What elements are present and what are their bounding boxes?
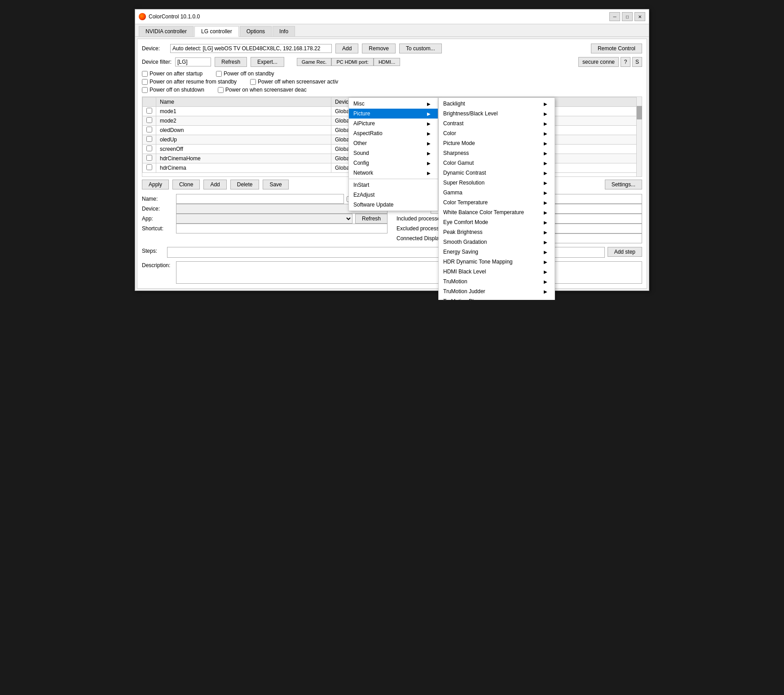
- delete-button[interactable]: Delete: [230, 180, 260, 189]
- filter-row: Device filter: Refresh Expert... Game Re…: [142, 57, 642, 67]
- picture-submenu: Backlight ▶ Brightness/Black Level ▶ Con…: [438, 97, 555, 300]
- submenu-item-trumotion[interactable]: TruMotion ▶: [439, 277, 555, 286]
- row-checkbox[interactable]: [146, 117, 152, 123]
- submenu-item-trumotion-blur[interactable]: TruMotion Blur ▶: [439, 296, 555, 300]
- save-button[interactable]: Save: [263, 180, 288, 189]
- description-row: Description:: [142, 261, 642, 284]
- minimize-button[interactable]: ─: [609, 12, 620, 21]
- submenu-item-smooth-gradation[interactable]: Smooth Gradation ▶: [439, 237, 555, 247]
- name-label: Name:: [142, 196, 173, 202]
- app-dropdown[interactable]: [176, 214, 352, 224]
- close-button[interactable]: ✕: [634, 12, 645, 21]
- name-input[interactable]: [176, 194, 344, 204]
- tab-info[interactable]: Info: [273, 26, 295, 36]
- submenu-item-super-resolution[interactable]: Super Resolution ▶: [439, 178, 555, 188]
- menu-item-config[interactable]: Config ▶: [349, 158, 438, 168]
- main-dropdown-menu: Misc ▶ Picture ▶ AiPicture ▶ AspectRatio…: [348, 97, 438, 211]
- submenu-item-color-gamut[interactable]: Color Gamut ▶: [439, 158, 555, 168]
- settings-button[interactable]: Settings...: [605, 180, 642, 189]
- row-checkbox[interactable]: [146, 164, 152, 170]
- maximize-button[interactable]: □: [622, 12, 633, 21]
- menu-item-network[interactable]: Network ▶: [349, 168, 438, 178]
- tab-lg[interactable]: LG controller: [194, 26, 239, 37]
- clone-button[interactable]: Clone: [172, 180, 200, 189]
- expert-button[interactable]: Expert...: [251, 57, 284, 67]
- menu-item-software-update[interactable]: Software Update: [349, 200, 438, 210]
- submenu-item-hdr-tone[interactable]: HDR Dynamic Tone Mapping ▶: [439, 257, 555, 267]
- menu-item-aipicture[interactable]: AiPicture ▶: [349, 119, 438, 128]
- dropdown-overlay: Misc ▶ Picture ▶ AiPicture ▶ AspectRatio…: [348, 97, 438, 211]
- row-checkbox[interactable]: [146, 108, 152, 114]
- submenu-item-picture-mode[interactable]: Picture Mode ▶: [439, 138, 555, 148]
- menu-item-misc[interactable]: Misc ▶: [349, 99, 438, 109]
- tab-nvidia[interactable]: NVIDIA controller: [139, 26, 194, 36]
- tab-pc-hdmi[interactable]: PC HDMI port:: [331, 58, 374, 66]
- submenu-item-dynamic-contrast[interactable]: Dynamic Contrast ▶: [439, 168, 555, 178]
- arrow-icon: ▶: [544, 190, 547, 195]
- to-custom-button[interactable]: To custom...: [399, 44, 442, 53]
- scrollbar-thumb[interactable]: [637, 106, 642, 119]
- menu-tabs: NVIDIA controller LG controller Options …: [135, 24, 649, 37]
- menu-item-other[interactable]: Other ▶: [349, 138, 438, 148]
- device-select[interactable]: Auto detect: [LG] webOS TV OLED48CX8LC, …: [170, 44, 332, 53]
- device-label: Device:: [142, 45, 167, 52]
- row-checkbox[interactable]: [146, 127, 152, 132]
- menu-item-instart[interactable]: InStart: [349, 180, 438, 190]
- submenu-item-peak-brightness[interactable]: Peak Brightness ▶: [439, 227, 555, 237]
- submenu-item-eye-comfort[interactable]: Eye Comfort Mode ▶: [439, 217, 555, 227]
- submenu-item-wb-color-temp[interactable]: White Balance Color Temperature ▶: [439, 207, 555, 217]
- arrow-icon: ▶: [544, 260, 547, 264]
- checkbox-power-startup-input[interactable]: [142, 71, 148, 77]
- row-name: screenOff: [156, 145, 331, 154]
- tab-options[interactable]: Options: [240, 26, 272, 36]
- checkbox-power-screensaver-on-input[interactable]: [250, 79, 256, 85]
- submenu-item-energy-saving[interactable]: Energy Saving ▶: [439, 247, 555, 257]
- description-label: Description:: [142, 261, 173, 268]
- submenu-item-backlight[interactable]: Backlight ▶: [439, 99, 555, 109]
- submenu-item-trumotion-judder[interactable]: TruMotion Judder ▶: [439, 286, 555, 296]
- app-refresh-button[interactable]: Refresh: [355, 214, 388, 224]
- checkbox-power-standby-input[interactable]: [216, 71, 222, 77]
- checkbox-row-3: Power off on shutdown Power on when scre…: [142, 87, 642, 93]
- checkbox-power-resume-input[interactable]: [142, 79, 148, 85]
- tab-hdmi[interactable]: HDMI...: [374, 58, 400, 66]
- question-button[interactable]: ?: [621, 57, 630, 67]
- checkbox-power-shutdown-input[interactable]: [142, 87, 148, 93]
- arrow-icon: ▶: [544, 141, 547, 146]
- apply-button[interactable]: Apply: [142, 180, 169, 189]
- remote-control-button[interactable]: Remote Control: [591, 44, 642, 53]
- description-box[interactable]: [176, 261, 642, 284]
- refresh-button[interactable]: Refresh: [215, 57, 247, 67]
- submenu-item-sharpness[interactable]: Sharpness ▶: [439, 148, 555, 158]
- shortcut-input[interactable]: [176, 224, 388, 233]
- submenu-item-color-temp[interactable]: Color Temperature ▶: [439, 198, 555, 207]
- scrollbar[interactable]: [636, 97, 642, 176]
- arrow-icon: ▶: [427, 131, 431, 136]
- row-checkbox[interactable]: [146, 145, 152, 151]
- main-content: Remote Control Device: Auto detect: [LG]…: [137, 39, 647, 289]
- menu-item-ezadjust[interactable]: EzAdjust: [349, 190, 438, 200]
- device-row: Device: Auto detect: [LG] webOS TV OLED4…: [142, 44, 642, 53]
- arrow-icon: ▶: [427, 161, 431, 166]
- submenu-item-gamma[interactable]: Gamma ▶: [439, 188, 555, 198]
- tab-game-rec[interactable]: Game Rec.: [297, 58, 332, 66]
- menu-item-sound[interactable]: Sound ▶: [349, 148, 438, 158]
- add-step-button[interactable]: Add step: [608, 247, 642, 257]
- row-checkbox[interactable]: [146, 136, 152, 142]
- filter-input[interactable]: [175, 57, 211, 66]
- menu-item-aspectratio[interactable]: AspectRatio ▶: [349, 128, 438, 138]
- add-button[interactable]: Add: [335, 44, 358, 53]
- checkbox-power-screensaver-off-input[interactable]: [218, 87, 224, 93]
- shortcut-field: Shortcut:: [142, 224, 388, 233]
- secure-label: secure conne: [578, 57, 619, 67]
- submenu-item-contrast[interactable]: Contrast ▶: [439, 119, 555, 128]
- remove-button[interactable]: Remove: [362, 44, 396, 53]
- submenu-item-brightness[interactable]: Brightness/Black Level ▶: [439, 109, 555, 119]
- submenu-item-hdmi-black[interactable]: HDMI Black Level ▶: [439, 267, 555, 277]
- row-checkbox[interactable]: [146, 155, 152, 161]
- title-buttons: ─ □ ✕: [609, 12, 645, 21]
- arrow-icon: ▶: [544, 200, 547, 205]
- submenu-item-color[interactable]: Color ▶: [439, 128, 555, 138]
- add-preset-button[interactable]: Add: [203, 180, 226, 189]
- menu-item-picture[interactable]: Picture ▶: [349, 109, 438, 119]
